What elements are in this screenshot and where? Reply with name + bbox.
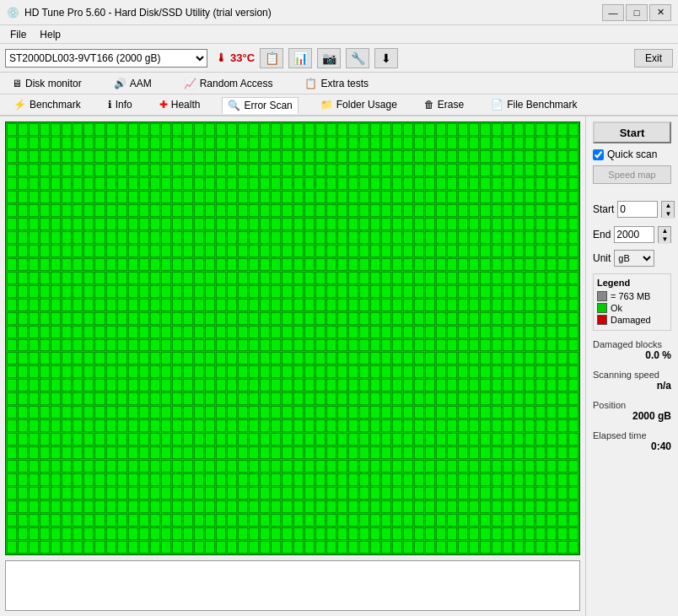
start-input[interactable] (617, 201, 658, 218)
health-icon: ✚ (159, 99, 168, 111)
grid-cell (315, 164, 326, 176)
tab-error-scan[interactable]: 🔍 Error Scan (222, 97, 298, 114)
grid-cell (414, 326, 424, 338)
quick-scan-checkbox[interactable] (593, 149, 604, 160)
grid-cell (458, 312, 468, 325)
help-menu[interactable]: Help (33, 27, 67, 42)
grid-cell (392, 218, 402, 230)
grid-cell (326, 473, 336, 486)
grid-cell (161, 487, 171, 500)
grid-cell (249, 527, 259, 540)
grid-cell (194, 460, 204, 473)
grid-cell (73, 123, 83, 136)
grid-cell (370, 352, 380, 365)
grid-cell (337, 326, 347, 338)
grid-cell (117, 285, 127, 298)
grid-cell (514, 231, 524, 244)
grid-cell (282, 272, 292, 284)
tab-extra-tests[interactable]: 📋 Extra tests (301, 76, 372, 91)
minimize-button[interactable]: — (602, 4, 624, 21)
grid-cell (194, 379, 204, 392)
download-icon-btn[interactable]: ⬇ (374, 48, 398, 68)
grid-cell (304, 419, 315, 432)
grid-cell (304, 446, 315, 459)
grid-cell (293, 150, 304, 163)
tab-file-benchmark[interactable]: 📄 File Benchmark (486, 97, 582, 112)
grid-cell (414, 231, 424, 244)
camera-icon-btn[interactable]: 📷 (317, 48, 341, 68)
copy-icon-btn[interactable]: 📋 (260, 48, 283, 68)
grid-cell (557, 191, 568, 203)
file-menu[interactable]: File (3, 27, 33, 42)
grid-cell (205, 326, 215, 338)
tab-erase[interactable]: 🗑 Erase (419, 97, 469, 112)
grid-cell (503, 164, 513, 176)
grid-cell (73, 258, 83, 271)
grid-cell (51, 392, 61, 405)
grid-cell (568, 177, 578, 190)
grid-cell (304, 164, 315, 176)
grid-cell (447, 285, 457, 298)
grid-cell (106, 541, 116, 554)
end-spin-up[interactable]: ▲ (659, 227, 670, 235)
grid-cell (260, 433, 270, 446)
grid-cell (205, 514, 215, 527)
grid-cell (282, 352, 292, 365)
quick-scan-label[interactable]: Quick scan (607, 149, 657, 160)
grid-cell (425, 365, 435, 378)
grid-cell (18, 365, 28, 378)
grid-cell (94, 446, 105, 459)
grid-cell (51, 150, 61, 163)
grid-cell (205, 204, 215, 217)
grid-cell (117, 231, 127, 244)
grid-cell (557, 500, 568, 513)
tab-aam[interactable]: 🔊 AAM (110, 76, 155, 91)
maximize-button[interactable]: □ (626, 4, 648, 21)
end-spin-down[interactable]: ▼ (659, 235, 670, 244)
grid-cell (94, 177, 105, 190)
grid-cell (480, 392, 490, 405)
grid-cell (557, 258, 568, 271)
grid-cell (414, 514, 424, 527)
grid-cell (348, 326, 358, 338)
grid-cell (293, 352, 304, 365)
chart-icon-btn[interactable]: 📊 (288, 48, 312, 68)
start-spin-down[interactable]: ▼ (662, 210, 674, 219)
grid-cell (51, 446, 61, 459)
unit-select[interactable]: gB MB LBA (614, 250, 654, 267)
exit-button[interactable]: Exit (634, 49, 673, 68)
grid-cell (480, 299, 490, 311)
end-input[interactable] (614, 226, 654, 243)
grid-cell (514, 177, 524, 190)
grid-cell (469, 258, 479, 271)
start-spin-up[interactable]: ▲ (662, 202, 674, 210)
erase-icon: 🗑 (424, 99, 434, 111)
grid-cell (18, 258, 28, 271)
speed-map-button[interactable]: Speed map (593, 165, 671, 184)
close-button[interactable]: ✕ (649, 4, 671, 21)
grid-cell (348, 204, 358, 217)
tool-icon-btn[interactable]: 🔧 (346, 48, 369, 68)
grid-cell (227, 352, 237, 365)
grid-cell (7, 272, 17, 284)
tab-info[interactable]: ℹ Info (103, 97, 137, 112)
tab-benchmark[interactable]: ⚡ Benchmark (8, 97, 86, 112)
grid-cell (392, 392, 402, 405)
grid-cell (139, 218, 149, 230)
tab-disk-monitor[interactable]: 🖥 Disk monitor (8, 76, 85, 91)
grid-cell (205, 352, 215, 365)
start-button[interactable]: Start (593, 122, 671, 143)
grid-cell (503, 473, 513, 486)
grid-cell (51, 272, 61, 284)
grid-cell (139, 352, 149, 365)
grid-cell (315, 258, 326, 271)
grid-cell (117, 191, 127, 203)
drive-selector[interactable]: ST2000DL003-9VT166 (2000 gB) (5, 49, 207, 68)
tab-folder-usage[interactable]: 📁 Folder Usage (315, 97, 402, 112)
grid-cell (370, 500, 380, 513)
tab-health[interactable]: ✚ Health (154, 97, 206, 112)
tab-random-access[interactable]: 📈 Random Access (180, 76, 277, 91)
grid-cell (458, 231, 468, 244)
grid-cell (469, 312, 479, 325)
grid-cell (7, 191, 17, 203)
